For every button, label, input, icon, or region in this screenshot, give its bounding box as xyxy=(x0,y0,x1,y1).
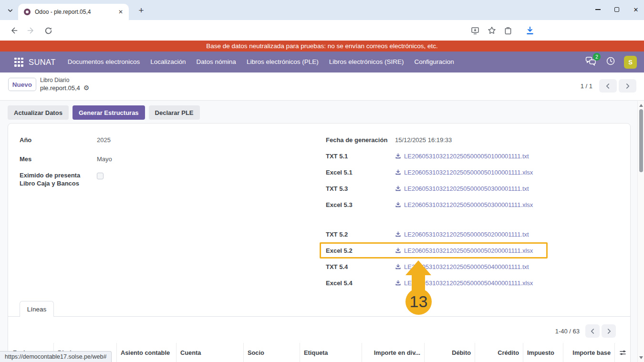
generar-estructuras-button[interactable]: Generar Estructuras xyxy=(73,105,145,120)
download-icon xyxy=(395,264,401,270)
column-header-impuesto[interactable]: Impuesto xyxy=(523,343,563,362)
status-url-tooltip: https://democontable17.solse.pe/web# xyxy=(0,351,112,362)
brand-logo[interactable]: SUNAT xyxy=(29,58,56,67)
year-label: Año xyxy=(20,136,97,144)
file-label: TXT 5.1 xyxy=(326,153,395,160)
application-window: Odoo - ple.report.05,4 ✕ + ✕ democontabl… xyxy=(0,0,644,362)
file-label: TXT 5.3 xyxy=(326,185,395,192)
tab-lineas[interactable]: Líneas xyxy=(20,301,54,317)
gear-icon[interactable]: ⚙ xyxy=(83,84,90,92)
bookmark-star-icon[interactable] xyxy=(486,24,498,37)
tab-search-button[interactable] xyxy=(4,4,16,17)
file-label: Excel 5.4 xyxy=(326,279,395,287)
clock-icon xyxy=(606,56,615,66)
scroll-down-icon[interactable] xyxy=(639,356,643,359)
file-name: LE20605310321202505000050300001111.xlsx xyxy=(404,201,533,208)
file-name: LE20605310321202505000050100001111.txt xyxy=(404,153,529,160)
pager-previous-button[interactable] xyxy=(599,79,617,93)
exempt-field-row: Eximido de presenta Libro Caja y Bancos xyxy=(20,172,104,188)
file-row: Excel 5.4 LE2060531032120250500005040000… xyxy=(326,278,533,288)
tab-close-icon[interactable]: ✕ xyxy=(116,8,125,16)
tab-title: Odoo - ple.report.05,4 xyxy=(35,9,116,15)
file-download-link[interactable]: LE20605310321202505000050300001111.xlsx xyxy=(395,201,533,208)
column-header-debito[interactable]: Débito xyxy=(424,343,475,362)
download-icon xyxy=(395,153,401,159)
navbar-menu: Documentos electronicos Localización Dat… xyxy=(62,52,459,72)
highlight-box xyxy=(320,242,548,259)
side-panel-icon[interactable] xyxy=(502,24,514,37)
breadcrumb: Libro Diario ple.report.05,4⚙ xyxy=(40,77,89,92)
lines-pager: 1-40 / 63 xyxy=(555,324,616,338)
toggle-columns-button[interactable] xyxy=(614,343,630,362)
lines-pager-counter: 1-40 / 63 xyxy=(555,328,580,335)
close-window-icon[interactable]: ✕ xyxy=(633,6,639,13)
generation-date-value: 15/12/2025 16:19:33 xyxy=(395,136,452,144)
message-count-badge: 2 xyxy=(593,53,601,61)
nav-item-localizacion[interactable]: Localización xyxy=(145,52,191,72)
messages-button[interactable]: 2 xyxy=(585,56,596,68)
file-download-link[interactable]: LE20605310321202505000050100001111.txt xyxy=(395,153,529,160)
install-app-icon[interactable] xyxy=(469,24,481,37)
vertical-scrollbar[interactable] xyxy=(637,101,644,362)
nav-item-datos-nomina[interactable]: Datos nómina xyxy=(191,52,241,72)
scroll-up-icon[interactable] xyxy=(639,104,643,107)
actualizar-datos-button[interactable]: Actualizar Datos xyxy=(8,105,69,120)
apps-menu-icon[interactable] xyxy=(14,58,23,67)
browser-toolbar: democontable17.solse.pe/web#cids=1&menu_… xyxy=(0,20,644,41)
column-header-credito[interactable]: Crédito xyxy=(475,343,523,362)
pager-next-button[interactable] xyxy=(619,79,636,93)
file-row: TXT 5.3 LE206053103212025050000503000011… xyxy=(326,184,529,193)
chevron-down-icon xyxy=(7,8,13,14)
month-value[interactable]: Mayo xyxy=(97,155,112,163)
file-name: LE20605310321202505000050300001111.txt xyxy=(404,185,529,192)
column-header-socio[interactable]: Socio xyxy=(243,343,300,362)
record-pager: 1 / 1 xyxy=(581,79,636,93)
user-avatar[interactable]: S xyxy=(624,56,637,69)
file-row: Excel 5.1 LE2060531032120250500005010000… xyxy=(326,167,533,177)
nav-item-configuracion[interactable]: Configuracion xyxy=(409,52,459,72)
test-database-banner: Base de datos neutralizada para pruebas:… xyxy=(0,41,644,52)
minimize-icon[interactable] xyxy=(594,6,601,13)
breadcrumb-parent[interactable]: Libro Diario xyxy=(40,77,89,83)
nav-item-libros-ple[interactable]: Libros electrónicos (PLE) xyxy=(241,52,324,72)
lines-previous-button[interactable] xyxy=(585,324,600,338)
nav-item-libros-sire[interactable]: Libros electrónicos (SIRE) xyxy=(324,52,409,72)
annotation-arrow-icon xyxy=(405,260,431,275)
new-button[interactable]: Nuevo xyxy=(8,78,36,91)
window-controls: ✕ xyxy=(594,2,639,17)
column-header-importe-base[interactable]: Importe base xyxy=(563,343,614,362)
reload-icon[interactable] xyxy=(42,24,54,37)
forward-icon[interactable] xyxy=(25,24,37,37)
column-header-cuenta[interactable]: Cuenta xyxy=(176,343,243,362)
notebook-divider xyxy=(8,316,630,317)
downloads-icon[interactable] xyxy=(524,24,536,37)
lines-next-button[interactable] xyxy=(602,324,616,338)
back-icon[interactable] xyxy=(8,24,20,37)
month-label: Mes xyxy=(20,155,97,163)
file-download-link[interactable]: LE20605310321202505000050300001111.txt xyxy=(395,185,529,192)
file-row: TXT 5.2 LE206053103212025050000502000011… xyxy=(326,229,529,239)
chevron-right-icon xyxy=(606,329,612,334)
download-icon xyxy=(395,280,401,286)
column-header-asiento[interactable]: Asiento contable xyxy=(116,343,176,362)
file-download-link[interactable]: LE20605310321202505000050100001111.xlsx xyxy=(395,169,533,176)
declarar-ple-button[interactable]: Declarar PLE xyxy=(149,105,200,120)
download-icon xyxy=(395,186,401,192)
chevron-left-icon xyxy=(590,329,595,334)
column-header-etiqueta[interactable]: Etiqueta xyxy=(300,343,362,362)
maximize-icon[interactable] xyxy=(613,6,620,13)
year-value[interactable]: 2025 xyxy=(97,136,111,144)
activities-button[interactable] xyxy=(606,56,615,68)
year-field-row: Año 2025 xyxy=(20,135,111,145)
file-name: LE20605310321202505000050100001111.xlsx xyxy=(404,169,533,176)
exempt-checkbox[interactable] xyxy=(97,173,104,179)
file-download-link[interactable]: LE20605310321202505000050200001111.txt xyxy=(395,231,529,238)
column-header-importe-divisa[interactable]: Importe en div... xyxy=(362,343,424,362)
browser-tab[interactable]: Odoo - ple.report.05,4 ✕ xyxy=(18,4,129,20)
scrollbar-thumb[interactable] xyxy=(639,109,643,172)
pager-counter: 1 / 1 xyxy=(581,83,592,90)
new-tab-button[interactable]: + xyxy=(135,5,147,16)
generation-date-row: Fecha de generación 15/12/2025 16:19:33 xyxy=(326,135,452,145)
odoo-favicon-icon xyxy=(24,9,31,15)
nav-item-documentos-electronicos[interactable]: Documentos electronicos xyxy=(62,52,145,72)
